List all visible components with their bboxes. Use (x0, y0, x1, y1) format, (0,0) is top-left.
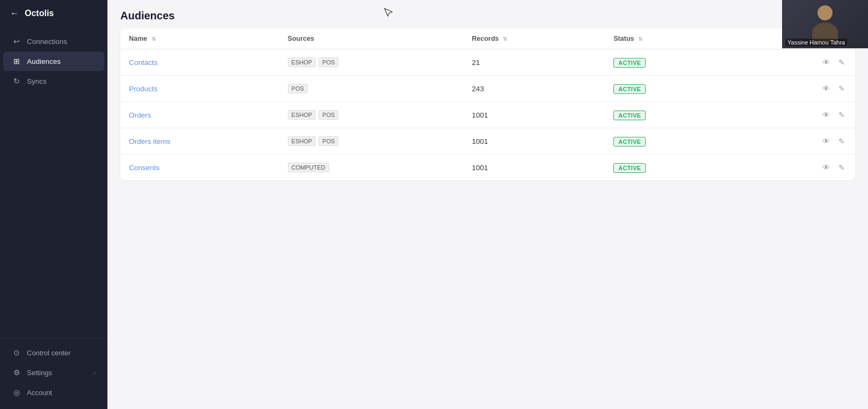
edit-icon[interactable]: ✎ (837, 109, 847, 121)
control-center-icon: ⊙ (12, 348, 21, 357)
audience-name-link[interactable]: Orders items (129, 137, 170, 145)
connections-icon: ↩ (12, 36, 21, 46)
sidebar: ← Octolis ↩ Connections ⊞ Audiences ↻ Sy… (0, 0, 107, 409)
audience-name-link[interactable]: Orders (129, 111, 151, 119)
source-badge: ESHOP (288, 110, 316, 120)
cell-status: ACTIVE (605, 76, 739, 102)
syncs-icon: ↻ (12, 76, 21, 86)
sidebar-item-label: Control center (27, 349, 71, 357)
cell-status: ACTIVE (605, 128, 739, 155)
cell-records: 1001 (463, 102, 605, 128)
sidebar-item-syncs[interactable]: ↻ Syncs (3, 71, 104, 91)
edit-icon[interactable]: ✎ (837, 56, 847, 68)
source-badge: POS (319, 110, 338, 120)
cell-sources: COMPUTED (279, 155, 464, 181)
sidebar-item-settings[interactable]: ⚙ Settings › (3, 363, 104, 382)
settings-chevron: › (93, 369, 96, 376)
status-badge: ACTIVE (613, 137, 646, 147)
cell-status: ACTIVE (605, 49, 739, 76)
sort-name-icon: ⇅ (151, 36, 156, 42)
sidebar-item-label: Syncs (27, 77, 47, 85)
table-row: Orders itemsESHOPPOS1001ACTIVE👁✎ (120, 128, 855, 155)
col-sources: Sources (279, 28, 464, 49)
status-badge: ACTIVE (613, 111, 646, 120)
cell-sources: ESHOPPOS (279, 49, 464, 76)
view-icon[interactable]: 👁 (821, 83, 831, 94)
video-person-label: Yassine Hamou Tahra (785, 39, 847, 46)
page-title: Audiences (120, 10, 855, 22)
sidebar-item-account[interactable]: ◎ Account (3, 383, 104, 402)
table-row: OrdersESHOPPOS1001ACTIVE👁✎ (120, 102, 855, 128)
person-silhouette (809, 5, 841, 43)
source-badge: POS (319, 136, 338, 146)
table-row: ContactsESHOPPOS21ACTIVE👁✎ (120, 49, 855, 76)
audiences-table: Name ⇅ Sources Records ⇅ Status ⇅ (120, 28, 855, 180)
audiences-icon: ⊞ (12, 56, 21, 66)
cell-name: Consents (120, 155, 279, 181)
cell-actions: 👁✎ (739, 49, 855, 76)
cell-actions: 👁✎ (739, 155, 855, 181)
cell-sources: ESHOPPOS (279, 128, 464, 155)
main-content: Audiences Name ⇅ Sources Records ⇅ (107, 0, 868, 409)
audience-name-link[interactable]: Consents (129, 164, 160, 172)
table-header: Name ⇅ Sources Records ⇅ Status ⇅ (120, 28, 855, 49)
edit-icon[interactable]: ✎ (837, 135, 847, 147)
sidebar-item-label: Audiences (27, 57, 61, 65)
status-badge: ACTIVE (613, 58, 646, 68)
col-status[interactable]: Status ⇅ (605, 28, 739, 49)
cell-actions: 👁✎ (739, 76, 855, 102)
sidebar-item-label: Settings (27, 369, 52, 377)
cell-sources: ESHOPPOS (279, 102, 464, 128)
audience-name-link[interactable]: Products (129, 85, 157, 93)
sidebar-nav: ↩ Connections ⊞ Audiences ↻ Syncs (0, 27, 107, 338)
source-badge: POS (288, 84, 308, 93)
app-logo[interactable]: ← Octolis (0, 0, 107, 27)
cell-name: Products (120, 76, 279, 102)
cell-actions: 👁✎ (739, 102, 855, 128)
sidebar-bottom: ⊙ Control center ⚙ Settings › ◎ Account (0, 338, 107, 409)
account-icon: ◎ (12, 388, 21, 397)
edit-icon[interactable]: ✎ (837, 83, 847, 94)
view-icon[interactable]: 👁 (821, 162, 831, 173)
cell-name: Orders (120, 102, 279, 128)
page-header: Audiences (107, 0, 868, 28)
cell-status: ACTIVE (605, 155, 739, 181)
col-name[interactable]: Name ⇅ (120, 28, 279, 49)
table-row: ProductsPOS243ACTIVE👁✎ (120, 76, 855, 102)
status-badge: ACTIVE (613, 84, 646, 94)
source-badge: POS (319, 57, 338, 67)
cell-name: Orders items (120, 128, 279, 155)
audiences-table-container: Name ⇅ Sources Records ⇅ Status ⇅ (120, 28, 855, 180)
audience-name-link[interactable]: Contacts (129, 59, 157, 67)
source-badge: ESHOP (288, 136, 316, 146)
sidebar-item-label: Account (27, 389, 52, 397)
source-badge: COMPUTED (288, 163, 329, 172)
settings-icon: ⚙ (12, 368, 21, 377)
cell-actions: 👁✎ (739, 128, 855, 155)
sidebar-item-label: Connections (27, 38, 67, 46)
view-icon[interactable]: 👁 (821, 135, 831, 147)
sort-records-icon: ⇅ (503, 36, 507, 42)
source-badge: ESHOP (288, 57, 316, 67)
status-badge: ACTIVE (613, 163, 646, 173)
cell-sources: POS (279, 76, 464, 102)
edit-icon[interactable]: ✎ (837, 162, 847, 173)
sort-status-icon: ⇅ (638, 36, 642, 42)
cell-records: 1001 (463, 155, 605, 181)
logo-icon: ← (9, 8, 20, 19)
sidebar-item-audiences[interactable]: ⊞ Audiences (3, 52, 104, 71)
view-icon[interactable]: 👁 (821, 109, 831, 121)
cell-status: ACTIVE (605, 102, 739, 128)
table-row: ConsentsCOMPUTED1001ACTIVE👁✎ (120, 155, 855, 181)
app-name: Octolis (25, 9, 54, 18)
cell-records: 21 (463, 49, 605, 76)
person-head (818, 5, 833, 20)
cell-name: Contacts (120, 49, 279, 76)
cell-records: 1001 (463, 128, 605, 155)
sidebar-item-connections[interactable]: ↩ Connections (3, 32, 104, 51)
cell-records: 243 (463, 76, 605, 102)
view-icon[interactable]: 👁 (821, 56, 831, 68)
sidebar-item-control-center[interactable]: ⊙ Control center (3, 343, 104, 362)
table-body: ContactsESHOPPOS21ACTIVE👁✎ProductsPOS243… (120, 49, 855, 181)
col-records[interactable]: Records ⇅ (463, 28, 605, 49)
